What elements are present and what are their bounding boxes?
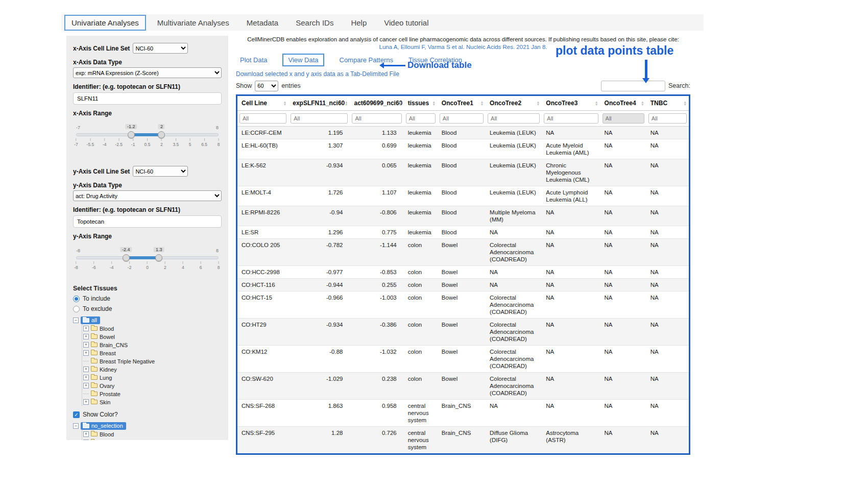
tree-root-no-selection[interactable]: − no_selection	[73, 422, 222, 430]
entries-select[interactable]: 60	[255, 81, 278, 91]
tree-item-lung[interactable]: +Lung	[83, 374, 222, 381]
sort-icon[interactable]: ▲▼	[432, 101, 435, 106]
x-cell-line-set-select[interactable]: NCI-60	[133, 43, 188, 54]
table-row[interactable]: CO:SW-620-1.0290.238colonBowelColorectal…	[237, 373, 689, 400]
filter-input-cell-line[interactable]	[239, 113, 286, 124]
column-header-oncotree2[interactable]: OncoTree2▲▼	[486, 96, 542, 111]
download-tsv-link[interactable]: Download selected x and y axis data as a…	[236, 70, 399, 78]
nav-tab-video-tutorial[interactable]: Video tutorial	[378, 16, 435, 30]
x-data-type-select[interactable]: exp: mRNA Expression (Z-Score)	[73, 67, 222, 78]
tree-item-skin[interactable]: +Skin	[83, 398, 222, 406]
tree-item-blood[interactable]: +Blood	[83, 325, 222, 332]
table-row[interactable]: LE:RPMI-8226-0.94-0.806leukemiaBloodMult…	[237, 206, 689, 226]
column-header-tissues[interactable]: tissues▲▼	[404, 96, 438, 111]
y-data-type-select[interactable]: act: Drug Activity	[73, 190, 222, 201]
tissues-exclude-radio[interactable]: To exclude	[73, 305, 222, 312]
column-header-oncotree3[interactable]: OncoTree3▲▼	[542, 96, 600, 111]
column-header-expslfn11-nci60[interactable]: expSLFN11_nci60▲▼	[288, 96, 350, 111]
table-row[interactable]: CO:HCT-15-0.966-1.003colonBowelColorecta…	[237, 291, 689, 319]
expand-icon[interactable]: +	[83, 326, 89, 331]
column-header-act609699-nci60[interactable]: act609699_nci60▲▼	[350, 96, 403, 111]
filter-input-oncotree1[interactable]	[440, 113, 484, 124]
table-row[interactable]: LE:SR1.2960.775leukemiaBloodNANANANA	[237, 226, 689, 239]
table-row[interactable]: LE:K-562-0.9340.065leukemiaBloodLeukemia…	[237, 159, 689, 186]
expand-icon[interactable]: +	[83, 350, 89, 356]
x-range-slider[interactable]: -78-1.22-7-5.5-4-2.5-10.523.556.58	[76, 127, 219, 153]
y-cell-line-set-select[interactable]: NCI-60	[133, 166, 188, 177]
table-row[interactable]: CNS:SF-2951.280.726central nervous syste…	[237, 427, 689, 454]
table-cell: -0.853	[350, 266, 403, 279]
sort-icon[interactable]: ▲▼	[398, 101, 401, 106]
tree-item-breast[interactable]: +Breast	[83, 349, 222, 357]
tab-view-data[interactable]: View Data	[282, 54, 324, 66]
column-header-cell-line[interactable]: Cell Line▲▼	[237, 96, 288, 111]
table-row[interactable]: LE:HL-60(TB)1.3070.699leukemiaBloodLeuke…	[237, 139, 689, 159]
table-cell: CO:HCT-116	[237, 279, 288, 291]
table-search-input[interactable]	[601, 81, 665, 91]
table-row[interactable]: LE:MOLT-41.7261.107leukemiaBloodLeukemia…	[237, 186, 689, 206]
expand-icon[interactable]: +	[83, 367, 89, 372]
sort-icon[interactable]: ▲▼	[595, 101, 598, 106]
sort-icon[interactable]: ▲▼	[537, 101, 540, 106]
expand-icon[interactable]: +	[83, 334, 89, 339]
tree-item-brain-cns[interactable]: +Brain_CNS	[83, 341, 222, 349]
show-color-checkbox[interactable]: ✓ Show Color?	[73, 411, 222, 418]
table-row[interactable]: CNS:SF-2681.8630.958central nervous syst…	[237, 400, 689, 427]
sort-icon[interactable]: ▲▼	[641, 101, 644, 106]
y-range-slider[interactable]: -88-2.41.3-8-6-4-202468	[76, 250, 219, 276]
tissues-include-radio[interactable]: To include	[73, 295, 222, 302]
tree-root-all[interactable]: − all	[73, 316, 222, 324]
nav-tab-metadata[interactable]: Metadata	[240, 16, 285, 30]
nav-tab-help[interactable]: Help	[345, 16, 373, 30]
y-data-type-label: y-Axis Data Type	[73, 182, 222, 189]
checkbox-checked-icon: ✓	[73, 411, 80, 418]
table-cell: NA	[600, 239, 646, 266]
filter-input-oncotree4[interactable]	[602, 113, 644, 124]
filter-input-oncotree2[interactable]	[488, 113, 540, 124]
sort-icon[interactable]: ▲▼	[283, 101, 286, 106]
filter-input-tissues[interactable]	[406, 113, 436, 124]
tree-item-bowel[interactable]: +Bowel	[83, 438, 222, 440]
x-identifier-input[interactable]	[73, 92, 222, 105]
table-cell: Blood	[438, 126, 486, 139]
collapse-icon[interactable]: −	[73, 318, 79, 323]
expand-icon[interactable]: +	[83, 399, 89, 405]
table-row[interactable]: CO:HT29-0.934-0.386colonBowelColorectal …	[237, 319, 689, 346]
column-header-oncotree1[interactable]: OncoTree1▲▼	[438, 96, 486, 111]
filter-input-act609699-nci60[interactable]	[352, 113, 401, 124]
sort-icon[interactable]: ▲▼	[345, 101, 348, 106]
tree-item-breast-triple-negative[interactable]: Breast Triple Negative	[83, 357, 222, 365]
expand-icon[interactable]: +	[83, 342, 89, 348]
filter-input-oncotree3[interactable]	[544, 113, 598, 124]
collapse-icon[interactable]: −	[73, 423, 79, 429]
range-handle-low[interactable]	[128, 131, 135, 138]
expand-icon[interactable]: +	[83, 440, 89, 440]
nav-tab-search-ids[interactable]: Search IDs	[290, 16, 340, 30]
y-identifier-input[interactable]	[73, 215, 222, 228]
tree-item-ovary[interactable]: +Ovary	[83, 382, 222, 389]
tree-item-bowel[interactable]: +Bowel	[83, 333, 222, 340]
sort-icon[interactable]: ▲▼	[684, 101, 687, 106]
tab-plot-data[interactable]: Plot Data	[240, 56, 267, 64]
table-row[interactable]: LE:CCRF-CEM1.1951.133leukemiaBloodLeukem…	[237, 126, 689, 139]
tree-item-prostate[interactable]: Prostate	[83, 390, 222, 398]
column-header-tnbc[interactable]: TNBC▲▼	[646, 96, 689, 111]
nav-tab-univariate-analyses[interactable]: Univariate Analyses	[64, 15, 146, 31]
range-handle-high[interactable]	[155, 254, 162, 261]
column-header-oncotree4[interactable]: OncoTree4▲▼	[600, 96, 646, 111]
table-row[interactable]: CO:HCT-116-0.9440.255colonBowelNANANANA	[237, 279, 689, 291]
filter-input-tnbc[interactable]	[648, 113, 687, 124]
expand-icon[interactable]: +	[83, 431, 89, 437]
expand-icon[interactable]: +	[83, 383, 89, 388]
table-row[interactable]: CO:HCC-2998-0.977-0.853colonBowelNANANAN…	[237, 266, 689, 279]
filter-input-expslfn11-nci60[interactable]	[291, 113, 348, 124]
nav-tab-multivariate-analyses[interactable]: Multivariate Analyses	[151, 16, 235, 30]
range-handle-high[interactable]	[158, 131, 165, 138]
tree-item-blood[interactable]: +Blood	[83, 430, 222, 438]
table-row[interactable]: CO:COLO 205-0.782-1.144colonBowelColorec…	[237, 239, 689, 266]
range-handle-low[interactable]	[123, 254, 130, 261]
tree-item-kidney[interactable]: +Kidney	[83, 365, 222, 373]
table-row[interactable]: CO:KM12-0.88-1.032colonBowelColorectal A…	[237, 346, 689, 373]
expand-icon[interactable]: +	[83, 375, 89, 380]
sort-icon[interactable]: ▲▼	[480, 101, 484, 106]
